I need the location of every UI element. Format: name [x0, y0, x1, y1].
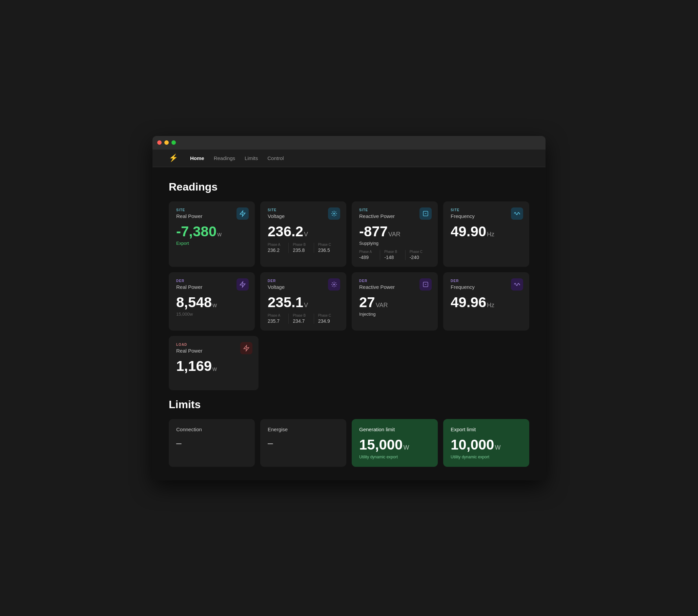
der-pc-label: Phase C [318, 314, 339, 317]
card-site-freq-value: 49.90Hz [451, 224, 522, 239]
minimize-dot[interactable] [164, 140, 169, 145]
card-site-v-value: 236.2V [268, 224, 339, 239]
der-pa-value: 235.7 [268, 318, 288, 324]
der-phase-c: Phase C 234.9 [314, 314, 339, 324]
main-content: Readings SITE Real Power -7,380w Export [153, 167, 545, 480]
card-site-reactive: SITE Reactive Power -877VAR Supplying Ph… [352, 201, 438, 267]
readings-row-2: DER Real Power 8,548w 15,000w DER Voltag… [169, 272, 529, 330]
card-site-voltage: SITE Voltage 236.2V Phase A 236.2 [260, 201, 346, 267]
limit-gen-value: 15,000W [359, 438, 430, 452]
site-react-phases: Phase A -489 Phase B -148 Phase C -240 [359, 250, 430, 260]
card-site-react-value: -877VAR [359, 224, 430, 239]
card-der-react-status: Injecting [359, 312, 430, 317]
card-der-react-value: 27VAR [359, 295, 430, 310]
card-der-real-power: DER Real Power 8,548w 15,000w [169, 272, 255, 330]
card-der-voltage: DER Voltage 235.1V Phase A 235.7 [260, 272, 346, 330]
card-site-frequency: SITE Frequency 49.90Hz [443, 201, 529, 267]
card-der-freq-value: 49.96Hz [451, 295, 522, 310]
limit-connection-value: – [176, 438, 247, 449]
site-react-icon [419, 207, 432, 220]
site-v-icon [328, 207, 340, 220]
der-react-icon [419, 278, 432, 290]
site-react-pb-value: -148 [384, 255, 405, 260]
limit-export-source: Utility dynamic export [451, 455, 522, 460]
card-load-rp-value: 1,169w [176, 359, 251, 373]
phase-b-v: Phase B 235.8 [288, 243, 313, 253]
der-v-icon [328, 278, 340, 290]
site-voltage-phases: Phase A 236.2 Phase B 235.8 Phase C 236.… [268, 243, 339, 253]
card-der-reactive: DER Reactive Power 27VAR Injecting [352, 272, 438, 330]
der-phase-b: Phase B 234.7 [288, 314, 313, 324]
limit-export-value: 10,000W [451, 438, 522, 452]
limit-gen-title: Generation limit [359, 426, 430, 432]
titlebar [153, 136, 545, 150]
site-react-pc-label: Phase C [410, 250, 430, 254]
app-window: ⚡ Home Readings Limits Control Readings … [153, 136, 545, 480]
phase-b-value: 235.8 [293, 247, 313, 253]
der-pb-label: Phase B [293, 314, 313, 317]
site-react-pa-value: -489 [359, 255, 380, 260]
site-react-phase-c: Phase C -240 [405, 250, 430, 260]
limit-energise-value: – [268, 438, 339, 449]
limit-export-title: Export limit [451, 426, 522, 432]
svg-point-3 [333, 284, 334, 285]
limit-card-energise: Energise – [260, 419, 346, 467]
readings-row-3: LOAD Real Power 1,169w [169, 336, 529, 390]
phase-a-v: Phase A 236.2 [268, 243, 288, 253]
der-phase-a: Phase A 235.7 [268, 314, 288, 324]
site-react-pa-label: Phase A [359, 250, 380, 254]
der-rp-icon [237, 278, 249, 290]
app-logo: ⚡ [169, 154, 178, 162]
limit-gen-source: Utility dynamic export [359, 455, 430, 460]
card-site-rp-status: Export [176, 241, 247, 246]
phase-c-v: Phase C 236.5 [314, 243, 339, 253]
limit-energise-title: Energise [268, 426, 339, 432]
der-pa-label: Phase A [268, 314, 288, 317]
nav-limits[interactable]: Limits [245, 155, 258, 161]
phase-c-label: Phase C [318, 243, 339, 246]
card-der-rp-subvalue: 15,000w [176, 312, 247, 317]
maximize-dot[interactable] [171, 140, 176, 145]
card-der-frequency: DER Frequency 49.96Hz [443, 272, 529, 330]
site-react-phase-b: Phase B -148 [380, 250, 405, 260]
der-pb-value: 234.7 [293, 318, 313, 324]
limit-card-connection: Connection – [169, 419, 255, 467]
card-load-rp-subtitle: Real Power [176, 348, 251, 354]
card-load-rp-label: LOAD [176, 343, 251, 346]
der-voltage-phases: Phase A 235.7 Phase B 234.7 Phase C 234.… [268, 314, 339, 324]
site-react-pc-value: -240 [410, 255, 430, 260]
nav-control[interactable]: Control [267, 155, 283, 161]
readings-row-1: SITE Real Power -7,380w Export SITE Volt… [169, 201, 529, 267]
site-freq-icon [511, 207, 523, 220]
navbar: ⚡ Home Readings Limits Control [153, 150, 545, 167]
phase-a-value: 236.2 [268, 247, 288, 253]
nav-readings[interactable]: Readings [214, 155, 235, 161]
phase-a-label: Phase A [268, 243, 288, 246]
limits-title: Limits [169, 398, 529, 411]
limit-card-export: Export limit 10,000W Utility dynamic exp… [443, 419, 529, 467]
card-der-rp-value: 8,548w [176, 295, 247, 310]
der-freq-icon [511, 278, 523, 290]
limits-grid: Connection – Energise – Generation limit… [169, 419, 529, 467]
phase-b-label: Phase B [293, 243, 313, 246]
site-react-pb-label: Phase B [384, 250, 405, 254]
load-rp-icon [240, 342, 252, 354]
card-site-real-power: SITE Real Power -7,380w Export [169, 201, 255, 267]
site-react-phase-a: Phase A -489 [359, 250, 380, 260]
nav-home[interactable]: Home [190, 155, 204, 161]
card-site-react-status: Supplying [359, 241, 430, 246]
card-site-rp-value: -7,380w [176, 224, 247, 239]
close-dot[interactable] [157, 140, 162, 145]
phase-c-value: 236.5 [318, 247, 339, 253]
readings-title: Readings [169, 181, 529, 193]
site-rp-icon [237, 207, 249, 220]
card-der-v-value: 235.1V [268, 295, 339, 310]
limit-card-generation: Generation limit 15,000W Utility dynamic… [352, 419, 438, 467]
der-pc-value: 234.9 [318, 318, 339, 324]
svg-point-0 [333, 213, 334, 214]
card-load-real-power: LOAD Real Power 1,169w [169, 336, 259, 390]
limit-connection-title: Connection [176, 426, 247, 432]
